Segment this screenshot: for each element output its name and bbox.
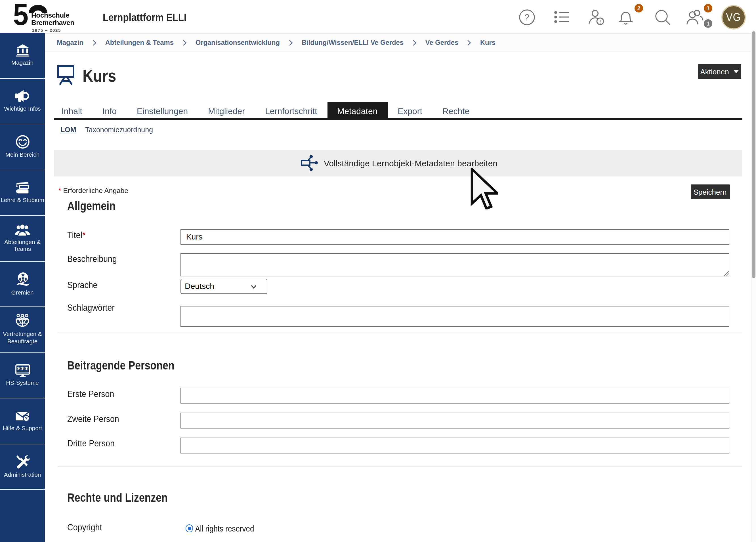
svg-text:?: ? [524,12,530,22]
svg-text:!: ! [599,19,601,25]
svg-text:?: ? [25,416,28,421]
